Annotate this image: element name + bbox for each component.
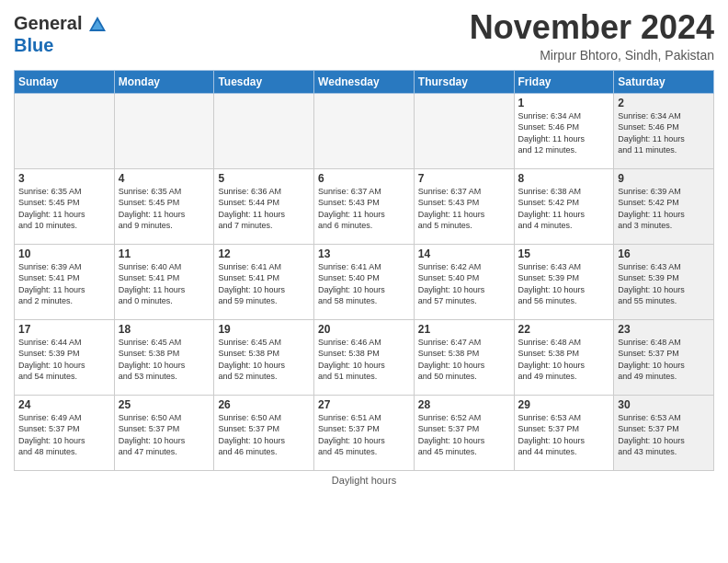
- calendar-cell: [214, 93, 314, 168]
- calendar-cell: 4Sunrise: 6:35 AM Sunset: 5:45 PM Daylig…: [114, 168, 214, 244]
- header: General Blue November 2024 Mirpur Bhtoro…: [14, 9, 714, 63]
- day-number: 24: [18, 398, 110, 411]
- calendar-cell: 14Sunrise: 6:42 AM Sunset: 5:40 PM Dayli…: [414, 244, 514, 319]
- day-info: Sunrise: 6:35 AM Sunset: 5:45 PM Dayligh…: [18, 186, 110, 232]
- month-title: November 2024: [470, 9, 714, 46]
- day-info: Sunrise: 6:40 AM Sunset: 5:41 PM Dayligh…: [119, 261, 210, 307]
- day-number: 16: [618, 247, 710, 260]
- day-number: 18: [119, 323, 210, 336]
- calendar-cell: 27Sunrise: 6:51 AM Sunset: 5:37 PM Dayli…: [314, 395, 415, 470]
- day-info: Sunrise: 6:47 AM Sunset: 5:38 PM Dayligh…: [418, 337, 510, 383]
- calendar-cell: 21Sunrise: 6:47 AM Sunset: 5:38 PM Dayli…: [414, 319, 514, 395]
- day-number: 12: [218, 247, 310, 260]
- day-number: 8: [518, 172, 610, 185]
- calendar-week-row: 1Sunrise: 6:34 AM Sunset: 5:46 PM Daylig…: [15, 93, 714, 168]
- day-info: Sunrise: 6:48 AM Sunset: 5:37 PM Dayligh…: [618, 337, 710, 383]
- day-info: Sunrise: 6:39 AM Sunset: 5:41 PM Dayligh…: [18, 261, 110, 307]
- calendar-cell: 5Sunrise: 6:36 AM Sunset: 5:44 PM Daylig…: [214, 168, 314, 244]
- calendar-cell: 26Sunrise: 6:50 AM Sunset: 5:37 PM Dayli…: [214, 395, 314, 470]
- calendar-cell: 30Sunrise: 6:53 AM Sunset: 5:37 PM Dayli…: [614, 395, 714, 470]
- calendar-week-row: 24Sunrise: 6:49 AM Sunset: 5:37 PM Dayli…: [15, 395, 714, 470]
- day-number: 20: [318, 323, 410, 336]
- day-info: Sunrise: 6:36 AM Sunset: 5:44 PM Dayligh…: [218, 186, 310, 232]
- logo-icon: [87, 15, 108, 35]
- day-number: 22: [518, 323, 610, 336]
- calendar-cell: 29Sunrise: 6:53 AM Sunset: 5:37 PM Dayli…: [514, 395, 614, 470]
- day-info: Sunrise: 6:34 AM Sunset: 5:46 PM Dayligh…: [518, 110, 610, 156]
- calendar-cell: 25Sunrise: 6:50 AM Sunset: 5:37 PM Dayli…: [114, 395, 214, 470]
- day-number: 21: [418, 323, 510, 336]
- day-number: 7: [418, 172, 510, 185]
- day-info: Sunrise: 6:53 AM Sunset: 5:37 PM Dayligh…: [618, 412, 710, 458]
- calendar-cell: 20Sunrise: 6:46 AM Sunset: 5:38 PM Dayli…: [314, 319, 415, 395]
- page-container: General Blue November 2024 Mirpur Bhtoro…: [0, 0, 728, 490]
- weekday-header: Wednesday: [314, 70, 415, 93]
- weekday-header: Thursday: [414, 70, 514, 93]
- day-number: 29: [518, 398, 610, 411]
- day-number: 14: [418, 247, 510, 260]
- day-info: Sunrise: 6:52 AM Sunset: 5:37 PM Dayligh…: [418, 412, 510, 458]
- weekday-header: Sunday: [15, 70, 115, 93]
- day-info: Sunrise: 6:46 AM Sunset: 5:38 PM Dayligh…: [318, 337, 410, 383]
- day-number: 6: [318, 172, 410, 185]
- calendar-cell: 17Sunrise: 6:44 AM Sunset: 5:39 PM Dayli…: [15, 319, 115, 395]
- day-info: Sunrise: 6:43 AM Sunset: 5:39 PM Dayligh…: [518, 261, 610, 307]
- day-info: Sunrise: 6:41 AM Sunset: 5:41 PM Dayligh…: [218, 261, 310, 307]
- day-number: 23: [618, 323, 710, 336]
- calendar-cell: 8Sunrise: 6:38 AM Sunset: 5:42 PM Daylig…: [514, 168, 614, 244]
- day-info: Sunrise: 6:45 AM Sunset: 5:38 PM Dayligh…: [218, 337, 310, 383]
- day-number: 30: [618, 398, 710, 411]
- weekday-header: Friday: [514, 70, 614, 93]
- subtitle: Mirpur Bhtoro, Sindh, Pakistan: [470, 48, 714, 63]
- calendar-cell: 28Sunrise: 6:52 AM Sunset: 5:37 PM Dayli…: [414, 395, 514, 470]
- title-block: November 2024 Mirpur Bhtoro, Sindh, Paki…: [470, 9, 714, 63]
- day-number: 27: [318, 398, 410, 411]
- day-info: Sunrise: 6:38 AM Sunset: 5:42 PM Dayligh…: [518, 186, 610, 232]
- weekday-header: Monday: [114, 70, 214, 93]
- day-info: Sunrise: 6:42 AM Sunset: 5:40 PM Dayligh…: [418, 261, 510, 307]
- calendar-cell: 6Sunrise: 6:37 AM Sunset: 5:43 PM Daylig…: [314, 168, 415, 244]
- day-info: Sunrise: 6:53 AM Sunset: 5:37 PM Dayligh…: [518, 412, 610, 458]
- day-info: Sunrise: 6:37 AM Sunset: 5:43 PM Dayligh…: [418, 186, 510, 232]
- calendar-week-row: 17Sunrise: 6:44 AM Sunset: 5:39 PM Dayli…: [15, 319, 714, 395]
- day-number: 10: [18, 247, 110, 260]
- calendar-cell: [15, 93, 115, 168]
- calendar-cell: [114, 93, 214, 168]
- calendar-week-row: 10Sunrise: 6:39 AM Sunset: 5:41 PM Dayli…: [15, 244, 714, 319]
- day-number: 13: [318, 247, 410, 260]
- day-info: Sunrise: 6:39 AM Sunset: 5:42 PM Dayligh…: [618, 186, 710, 232]
- day-number: 3: [18, 172, 110, 185]
- day-number: 2: [618, 97, 710, 109]
- day-number: 28: [418, 398, 510, 411]
- calendar-cell: 11Sunrise: 6:40 AM Sunset: 5:41 PM Dayli…: [114, 244, 214, 319]
- weekday-header: Saturday: [614, 70, 714, 93]
- calendar-cell: 16Sunrise: 6:43 AM Sunset: 5:39 PM Dayli…: [614, 244, 714, 319]
- footer-note: Daylight hours: [14, 475, 714, 486]
- calendar-cell: 23Sunrise: 6:48 AM Sunset: 5:37 PM Dayli…: [614, 319, 714, 395]
- day-number: 15: [518, 247, 610, 260]
- day-info: Sunrise: 6:34 AM Sunset: 5:46 PM Dayligh…: [618, 110, 710, 156]
- calendar-cell: 10Sunrise: 6:39 AM Sunset: 5:41 PM Dayli…: [15, 244, 115, 319]
- calendar-table: SundayMondayTuesdayWednesdayThursdayFrid…: [14, 70, 714, 471]
- calendar-cell: 24Sunrise: 6:49 AM Sunset: 5:37 PM Dayli…: [15, 395, 115, 470]
- calendar-cell: 22Sunrise: 6:48 AM Sunset: 5:38 PM Dayli…: [514, 319, 614, 395]
- day-info: Sunrise: 6:44 AM Sunset: 5:39 PM Dayligh…: [18, 337, 110, 383]
- weekday-header-row: SundayMondayTuesdayWednesdayThursdayFrid…: [15, 70, 714, 93]
- calendar-cell: 18Sunrise: 6:45 AM Sunset: 5:38 PM Dayli…: [114, 319, 214, 395]
- day-number: 19: [218, 323, 310, 336]
- day-number: 26: [218, 398, 310, 411]
- day-info: Sunrise: 6:50 AM Sunset: 5:37 PM Dayligh…: [119, 412, 210, 458]
- calendar-cell: 12Sunrise: 6:41 AM Sunset: 5:41 PM Dayli…: [214, 244, 314, 319]
- calendar-cell: [314, 93, 415, 168]
- day-info: Sunrise: 6:51 AM Sunset: 5:37 PM Dayligh…: [318, 412, 410, 458]
- calendar-cell: 19Sunrise: 6:45 AM Sunset: 5:38 PM Dayli…: [214, 319, 314, 395]
- calendar-week-row: 3Sunrise: 6:35 AM Sunset: 5:45 PM Daylig…: [15, 168, 714, 244]
- calendar-cell: 3Sunrise: 6:35 AM Sunset: 5:45 PM Daylig…: [15, 168, 115, 244]
- day-number: 17: [18, 323, 110, 336]
- calendar-cell: 2Sunrise: 6:34 AM Sunset: 5:46 PM Daylig…: [614, 93, 714, 168]
- logo-text: General Blue: [14, 13, 108, 55]
- logo-blue: Blue: [14, 35, 108, 55]
- day-info: Sunrise: 6:41 AM Sunset: 5:40 PM Dayligh…: [318, 261, 410, 307]
- day-number: 11: [119, 247, 210, 260]
- day-info: Sunrise: 6:49 AM Sunset: 5:37 PM Dayligh…: [18, 412, 110, 458]
